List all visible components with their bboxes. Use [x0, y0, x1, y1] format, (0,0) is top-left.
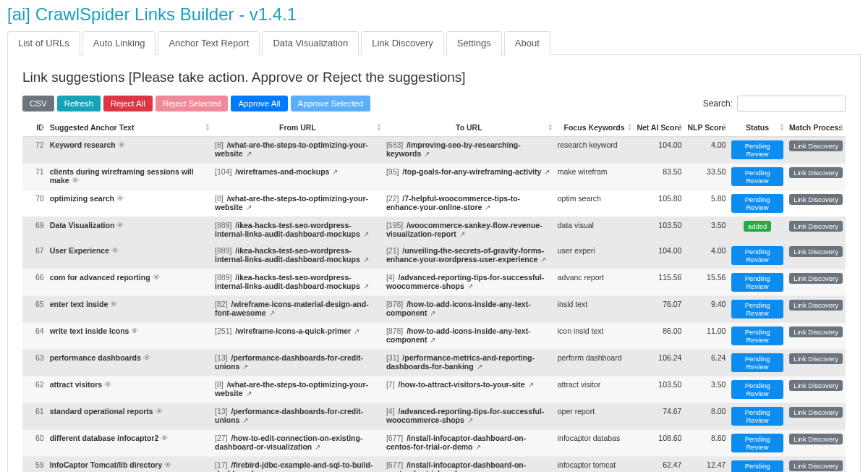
- col-nlp[interactable]: NLP Score▲▼: [684, 119, 728, 137]
- from-url-link[interactable]: /what-are-the-steps-to-optimizing-your-w…: [215, 140, 368, 158]
- reject-selected-button[interactable]: Reject Selected: [156, 96, 229, 111]
- match-process-badge[interactable]: Link Discovery: [789, 353, 843, 364]
- match-process-badge[interactable]: Link Discovery: [789, 460, 843, 471]
- preview-icon[interactable]: 👁: [161, 434, 169, 442]
- to-url-link[interactable]: /advanced-reporting-tips-for-successful-…: [386, 407, 544, 424]
- status-badge-pending[interactable]: Pending Review: [731, 326, 783, 345]
- to-url-link[interactable]: /how-to-add-icons-inside-any-text-compon…: [386, 326, 531, 344]
- table-row[interactable]: 59InfoCaptor Tomcat/lib directory👁[17] /…: [22, 457, 846, 473]
- col-anchor[interactable]: Suggested Anchor Text▲▼: [47, 119, 212, 137]
- anchor-text[interactable]: com for advanced reporting: [50, 273, 150, 282]
- to-url-link[interactable]: /advanced-reporting-tips-for-successful-…: [386, 273, 544, 290]
- preview-icon[interactable]: 👁: [110, 300, 118, 308]
- table-row[interactable]: 67User Experience👁[889] /ikea-hacks-test…: [22, 243, 846, 269]
- external-link-icon[interactable]: ↗: [467, 282, 473, 290]
- external-link-icon[interactable]: ↗: [246, 389, 252, 397]
- anchor-text[interactable]: write text inside Icons: [50, 326, 129, 335]
- from-url-link[interactable]: /what-are-the-steps-to-optimizing-your-w…: [215, 194, 368, 211]
- to-url-link[interactable]: /7-helpful-woocommerce-tips-to-enhance-y…: [386, 194, 520, 211]
- match-process-badge[interactable]: Link Discovery: [789, 407, 843, 418]
- approve-all-button[interactable]: Approve All: [231, 96, 287, 111]
- status-badge-pending[interactable]: Pending Review: [731, 353, 783, 372]
- table-row[interactable]: 65enter text inside👁[82] /wireframe-icon…: [22, 296, 846, 323]
- anchor-text[interactable]: different database infocaptor2: [50, 434, 159, 442]
- from-url-link[interactable]: /firebird-jdbc-example-and-sql-to-build-…: [215, 460, 373, 472]
- match-process-badge[interactable]: Link Discovery: [789, 194, 843, 205]
- from-url-link[interactable]: /ikea-hacks-test-seo-wordpress-internal-…: [215, 246, 360, 264]
- anchor-text[interactable]: User Experience: [50, 246, 109, 255]
- external-link-icon[interactable]: ↗: [485, 203, 490, 211]
- table-row[interactable]: 63performance dashboards👁[13] /performan…: [22, 350, 846, 376]
- status-badge-pending[interactable]: Pending Review: [731, 194, 783, 213]
- external-link-icon[interactable]: ↗: [544, 168, 550, 176]
- approve-selected-button[interactable]: Approve Selected: [291, 96, 371, 111]
- external-link-icon[interactable]: ↗: [540, 256, 546, 264]
- to-url-link[interactable]: /how-to-attract-visitors-to-your-site: [399, 380, 525, 389]
- anchor-text[interactable]: attract visitors: [50, 380, 102, 389]
- to-url-link[interactable]: /improving-seo-by-researching-keywords: [386, 140, 521, 158]
- external-link-icon[interactable]: ↗: [246, 150, 252, 158]
- to-url-link[interactable]: /install-infocaptor-dashboard-on-centos-…: [386, 460, 526, 472]
- to-url-link[interactable]: /unveiling-the-secrets-of-gravity-forms-…: [386, 246, 544, 264]
- col-status[interactable]: Status▲▼: [728, 119, 786, 137]
- status-badge-pending[interactable]: Pending Review: [731, 460, 783, 472]
- external-link-icon[interactable]: ↗: [242, 416, 248, 424]
- external-link-icon[interactable]: ↗: [315, 443, 320, 451]
- status-badge-added[interactable]: added: [744, 221, 771, 232]
- status-badge-pending[interactable]: Pending Review: [731, 273, 783, 292]
- external-link-icon[interactable]: ↗: [475, 443, 481, 451]
- status-badge-pending[interactable]: Pending Review: [731, 167, 783, 186]
- table-row[interactable]: 60different database infocaptor2👁[27] /h…: [22, 430, 846, 457]
- external-link-icon[interactable]: ↗: [430, 309, 435, 317]
- tab-settings[interactable]: Settings: [446, 31, 502, 55]
- match-process-badge[interactable]: Link Discovery: [789, 246, 843, 257]
- match-process-badge[interactable]: Link Discovery: [789, 326, 843, 337]
- from-url-link[interactable]: /performance-dashboards-for-credit-union…: [215, 353, 363, 371]
- preview-icon[interactable]: 👁: [111, 246, 119, 255]
- preview-icon[interactable]: 👁: [116, 221, 124, 229]
- match-process-badge[interactable]: Link Discovery: [789, 167, 843, 178]
- preview-icon[interactable]: 👁: [104, 380, 112, 389]
- status-badge-pending[interactable]: Pending Review: [731, 434, 783, 452]
- preview-icon[interactable]: 👁: [156, 407, 163, 416]
- table-row[interactable]: 66com for advanced reporting👁[889] /ikea…: [22, 269, 846, 296]
- from-url-link[interactable]: /wireframe-icons-a-quick-primer: [235, 326, 351, 335]
- anchor-text[interactable]: optimizing search: [50, 194, 114, 203]
- refresh-button[interactable]: Refresh: [57, 96, 101, 111]
- from-url-link[interactable]: /how-to-edit-connection-on-existing-dash…: [215, 434, 362, 451]
- external-link-icon[interactable]: ↗: [242, 363, 248, 371]
- match-process-badge[interactable]: Link Discovery: [789, 380, 843, 391]
- csv-button[interactable]: CSV: [22, 96, 54, 111]
- external-link-icon[interactable]: ↗: [528, 381, 534, 389]
- to-url-link[interactable]: /top-goals-for-any-wireframing-activity: [402, 167, 541, 176]
- from-url-link[interactable]: /wireframe-icons-material-design-and-fon…: [215, 300, 369, 317]
- from-url-link[interactable]: /ikea-hacks-test-seo-wordpress-internal-…: [215, 273, 360, 290]
- preview-icon[interactable]: 👁: [118, 140, 126, 149]
- match-process-badge[interactable]: Link Discovery: [789, 300, 843, 311]
- to-url-link[interactable]: /performance-metrics-and-reporting-dashb…: [386, 353, 535, 371]
- col-focus[interactable]: Focus Keywords▲▼: [555, 119, 634, 137]
- tab-about[interactable]: About: [504, 31, 550, 55]
- col-id[interactable]: ID▲▼: [22, 119, 47, 137]
- anchor-text[interactable]: performance dashboards: [50, 353, 141, 362]
- anchor-text[interactable]: enter text inside: [50, 300, 109, 308]
- from-url-link[interactable]: /ikea-hacks-test-seo-wordpress-internal-…: [215, 221, 360, 238]
- external-link-icon[interactable]: ↗: [477, 363, 482, 371]
- status-badge-pending[interactable]: Pending Review: [731, 140, 783, 159]
- col-net[interactable]: Net AI Score▲▼: [634, 119, 684, 137]
- anchor-text[interactable]: InfoCaptor Tomcat/lib directory: [50, 460, 163, 469]
- match-process-badge[interactable]: Link Discovery: [789, 434, 843, 444]
- status-badge-pending[interactable]: Pending Review: [731, 380, 783, 399]
- table-row[interactable]: 69Data Visualization👁[889] /ikea-hacks-t…: [22, 217, 846, 243]
- table-row[interactable]: 64write text inside Icons👁[251] /wirefra…: [22, 323, 846, 350]
- anchor-text[interactable]: Data Visualization: [50, 221, 115, 229]
- from-url-link[interactable]: /wireframes-and-mockups: [235, 167, 329, 176]
- external-link-icon[interactable]: ↗: [363, 256, 369, 264]
- col-to[interactable]: To URL▲▼: [383, 119, 555, 137]
- reject-all-button[interactable]: Reject All: [103, 96, 153, 111]
- preview-icon[interactable]: 👁: [143, 353, 151, 362]
- col-from[interactable]: From URL▲▼: [212, 119, 383, 137]
- external-link-icon[interactable]: ↗: [467, 416, 473, 424]
- match-process-badge[interactable]: Link Discovery: [789, 221, 843, 232]
- match-process-badge[interactable]: Link Discovery: [789, 140, 843, 151]
